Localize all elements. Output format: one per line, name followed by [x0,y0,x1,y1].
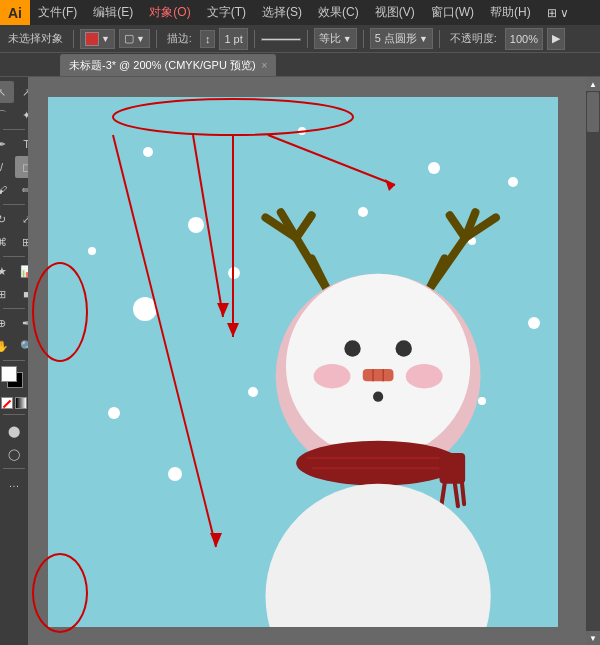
snow-dot [428,162,440,174]
vertical-scrollbar[interactable]: ▲ ▼ [586,77,600,645]
tools-panel: ↖ ↗ ⌒ ✦ ✒ T / ◻ 🖌 ✏ ↻ ⤢ ⌘ ⊞ ★ [0,77,28,645]
none-gradient-row [1,397,27,409]
scroll-up-button[interactable]: ▲ [586,77,600,91]
snow-dot [88,247,96,255]
toolbar-separator-3 [254,30,255,48]
line-tool[interactable]: / [0,156,14,178]
cheek-left [314,364,351,389]
scroll-thumb[interactable] [587,92,599,132]
toolbar-separator-5 [363,30,364,48]
stroke-label: 描边: [163,31,196,46]
rotate-tool[interactable]: ↻ [0,208,14,230]
menu-effect[interactable]: 效果(C) [310,0,367,25]
artboard [48,97,558,627]
menu-items: 文件(F) 编辑(E) 对象(O) 文字(T) 选择(S) 效果(C) 视图(V… [30,0,577,25]
document-tab[interactable]: 未标题-3* @ 200% (CMYK/GPU 预览) × [60,54,276,76]
svg-line-17 [462,484,464,504]
gradient-swatch[interactable] [15,397,27,409]
toolbar-separator-6 [439,30,440,48]
svg-rect-14 [440,453,466,484]
tool-sep-4 [3,308,25,309]
svg-line-8 [450,215,465,238]
cheek-right [406,364,443,389]
menu-help[interactable]: 帮助(H) [482,0,539,25]
scale-selector[interactable]: 等比 ▼ [314,28,357,49]
snow-dot [508,177,518,187]
menu-text[interactable]: 文字(T) [199,0,254,25]
shape-selector[interactable]: ▢ ▼ [119,29,150,48]
app-logo: Ai [0,0,30,25]
toolbar-separator-4 [307,30,308,48]
tool-sep-2 [3,204,25,205]
snow-dot [298,127,306,135]
none-swatch[interactable] [1,397,13,409]
tool-sep-1 [3,129,25,130]
nose [363,369,394,381]
selection-tool[interactable]: ↖ [0,81,14,103]
menu-file[interactable]: 文件(F) [30,0,85,25]
lasso-tool[interactable]: ⌒ [0,104,14,126]
fill-swatch[interactable] [1,366,17,382]
eye-right [396,340,412,356]
svg-marker-24 [385,179,395,191]
main-area: ↖ ↗ ⌒ ✦ ✒ T / ◻ 🖌 ✏ ↻ ⤢ ⌘ ⊞ ★ [0,77,600,645]
scroll-down-button[interactable]: ▼ [586,631,600,645]
svg-line-15 [442,484,445,504]
more-options[interactable]: ▶ [547,28,565,50]
more-tools[interactable]: … [2,472,26,494]
blend-tool[interactable]: ⊕ [0,312,14,334]
eye-left [344,340,360,356]
blob-brush-tool[interactable]: ◯ [2,443,26,465]
line-style[interactable] [261,38,301,41]
menu-window[interactable]: 窗口(W) [423,0,482,25]
stroke-value-input[interactable]: ↕ [200,30,216,48]
symbol-tool[interactable]: ★ [0,260,14,282]
menu-bar: Ai 文件(F) 编辑(E) 对象(O) 文字(T) 选择(S) 效果(C) 视… [0,0,600,25]
opacity-label: 不透明度: [446,31,501,46]
menu-select[interactable]: 选择(S) [254,0,310,25]
tool-sep-5 [3,360,25,361]
toolbar-separator-1 [73,30,74,48]
hand-tool[interactable]: ✋ [0,335,14,357]
color-swatch-group [1,366,27,392]
scroll-track [586,91,600,631]
scarf [296,441,460,486]
shape-preset-selector[interactable]: 5 点圆形 ▼ [370,28,433,49]
stroke-pt-input[interactable]: 1 pt [219,28,247,50]
tab-title: 未标题-3* @ 200% (CMYK/GPU 预览) [69,58,256,73]
snowman-svg [188,197,558,627]
selection-label: 未选择对象 [4,31,67,46]
menu-edit[interactable]: 编辑(E) [85,0,141,25]
tab-close-button[interactable]: × [262,60,268,71]
art-brush-tool[interactable]: ⬤ [2,420,26,442]
svg-line-3 [296,215,311,238]
tool-sep-7 [3,468,25,469]
snow-dot [168,467,182,481]
menu-view[interactable]: 视图(V) [367,0,423,25]
svg-point-18 [113,99,353,135]
svg-line-23 [268,135,395,185]
opacity-value[interactable]: 100% [505,28,543,50]
snow-dot [143,147,153,157]
snow-dot [108,407,120,419]
tool-sep-6 [3,414,25,415]
stroke-color-picker[interactable]: ▼ [80,29,115,49]
svg-line-16 [455,484,458,507]
head-white [286,274,470,458]
menu-arrange[interactable]: ⊞ ∨ [539,0,577,25]
tab-bar: 未标题-3* @ 200% (CMYK/GPU 预览) × [0,53,600,77]
pen-tool[interactable]: ✒ [0,133,14,155]
snow-dot [133,297,157,321]
menu-object[interactable]: 对象(O) [141,0,198,25]
tool-sep-3 [3,256,25,257]
warp-tool[interactable]: ⌘ [0,231,14,253]
mouth [373,392,383,402]
paintbrush-tool[interactable]: 🖌 [0,179,14,201]
options-toolbar: 未选择对象 ▼ ▢ ▼ 描边: ↕ 1 pt 等比 ▼ 5 点圆形 ▼ 不透明度… [0,25,600,53]
canvas-area [28,77,586,645]
mesh-tool[interactable]: ⊞ [0,283,14,305]
toolbar-separator-2 [156,30,157,48]
